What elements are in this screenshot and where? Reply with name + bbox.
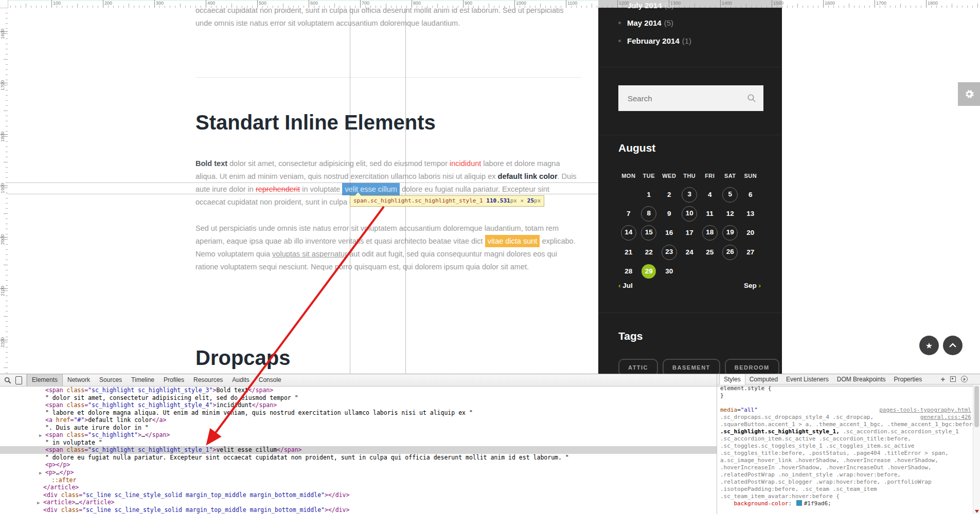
css-rule-line[interactable]: .isotopePadding:before, .sc_team .sc_tea… (717, 486, 973, 493)
css-rule-line[interactable]: .hoverIncreaseIn .hoverShadow, .hoverInc… (717, 464, 973, 471)
calendar-day[interactable]: 13 (740, 204, 761, 223)
archive-link[interactable]: February 2014(1) (618, 32, 691, 50)
css-rule-line[interactable]: } (717, 392, 973, 399)
theme-options-button[interactable] (958, 82, 980, 106)
calendar-day[interactable]: 9 (659, 204, 680, 223)
calendar-day[interactable]: 11 (700, 204, 720, 223)
dom-node-line[interactable]: ▶<p>…</p> (0, 469, 717, 476)
styles-tab[interactable]: Properties (889, 374, 926, 384)
css-rule-line[interactable]: .sc_toggles_title:before, .postStatus, .… (717, 450, 973, 457)
stylesheet-link[interactable]: general.css:426 (920, 414, 971, 421)
search-input[interactable] (618, 85, 763, 111)
calendar-day[interactable]: 27 (740, 243, 761, 262)
devtools-tab[interactable]: Timeline (127, 374, 159, 386)
calendar-day[interactable]: 30 (659, 262, 680, 281)
css-rule-line[interactable]: background-color: #1f9ad6; (717, 500, 973, 507)
text-run[interactable]: default link color (498, 172, 558, 180)
dom-node-line[interactable]: ▶<span class="sc_highlight">…</span> (0, 431, 717, 439)
devtools-tab[interactable]: Profiles (159, 374, 189, 386)
dom-node-line[interactable]: ::after (0, 476, 717, 484)
devtools-tab[interactable]: Console (254, 374, 286, 386)
calendar-day[interactable]: 1 (639, 185, 660, 204)
devtools-tab[interactable]: Audits (227, 374, 254, 386)
devtools-tab[interactable]: Elements (27, 374, 63, 386)
search-icon[interactable] (747, 94, 756, 103)
css-rule-line[interactable]: .sc_highlight.sc_highlight_style_1, .sc_… (717, 428, 973, 435)
scroll-to-top-button[interactable] (943, 336, 963, 355)
calendar-day[interactable]: 23 (659, 243, 680, 262)
calendar-day[interactable]: 6 (740, 185, 761, 204)
css-rule-line[interactable]: .squareButton.accent_1 > a, .theme_accen… (717, 421, 973, 428)
device-mode-icon[interactable] (15, 376, 22, 384)
calendar-day[interactable]: 25 (700, 243, 720, 262)
calendar-day[interactable]: 21 (618, 243, 639, 262)
calendar-day[interactable]: 10 (680, 204, 700, 223)
dom-node-line[interactable]: <p></p> (0, 461, 717, 469)
animations-icon[interactable] (961, 376, 968, 382)
calendar-day[interactable]: 5 (720, 185, 741, 204)
css-rule-line[interactable] (717, 399, 973, 407)
dom-node-line[interactable]: </article> (0, 484, 717, 491)
calendar-day[interactable]: 15 (639, 224, 660, 243)
calendar-day[interactable]: 17 (680, 224, 700, 243)
scrollbar-thumb[interactable] (974, 386, 979, 427)
calendar-day[interactable]: 2 (659, 185, 680, 204)
dom-node-line[interactable]: " dolor sit amet, consectetur adipisicin… (0, 394, 717, 402)
styles-tab[interactable]: Computed (745, 374, 782, 384)
calendar-next-month[interactable]: Sep › (744, 282, 761, 289)
dom-node-line[interactable]: " labore et dolore magna aliqua. Ut enim… (0, 409, 717, 417)
css-rule-line[interactable]: .sc_toggles.sc_toggles_style_1 .sc_toggl… (717, 443, 973, 450)
css-rule-line[interactable]: element.style { (717, 385, 973, 392)
calendar-day[interactable]: 7 (618, 204, 639, 223)
calendar-day[interactable]: 26 (720, 243, 741, 262)
calendar-day[interactable]: 8 (639, 204, 660, 223)
styles-tab[interactable]: DOM Breakpoints (833, 374, 890, 384)
calendar-day[interactable]: 22 (639, 243, 660, 262)
dom-node-line[interactable]: " dolore eu fugiat nulla pariatur. Excep… (0, 454, 717, 462)
devtools-tab[interactable]: Resources (189, 374, 227, 386)
css-rule-line[interactable]: .relatedPostWrap.sc_blogger .wrap:hover:… (717, 479, 973, 486)
calendar-prev-month[interactable]: ‹ Jul (618, 282, 633, 289)
calendar-day[interactable]: 28 (618, 262, 639, 281)
calendar-day[interactable]: 18 (700, 224, 720, 243)
styles-tab[interactable]: Event Listeners (782, 374, 833, 384)
dom-node-line[interactable]: ". Duis aute irure dolor in " (0, 424, 717, 432)
devtools-tab[interactable]: Sources (95, 374, 127, 386)
element-state-icon[interactable] (950, 376, 956, 382)
css-rule-line[interactable]: a.sc_image_hover_link .hoverShadow, .hov… (717, 457, 973, 464)
dom-node-line[interactable]: <div class="sc_line sc_line_style_solid … (0, 491, 717, 499)
css-rule-line[interactable]: .sc_accordion_item.sc_active .sc_accordi… (717, 435, 973, 443)
calendar-day[interactable]: 14 (618, 224, 639, 243)
archive-link[interactable]: May 2014(5) (618, 14, 673, 32)
calendar-day[interactable]: 3 (680, 185, 700, 204)
styles-tab[interactable]: Styles (719, 374, 745, 384)
dom-node-line[interactable]: ▶<article>…</article> (0, 499, 717, 506)
inspect-magnifier-icon[interactable] (4, 377, 11, 384)
css-rule-line[interactable]: media="all"pages-tools-typography.html (717, 407, 973, 414)
calendar-day[interactable]: 29 (639, 262, 660, 281)
calendar-day[interactable] (618, 185, 639, 204)
calendar-day[interactable]: 12 (720, 204, 741, 223)
css-rule-line[interactable]: .sc_dropcaps.sc_dropcaps_style_4 .sc_dro… (717, 414, 973, 421)
styles-scrollbar[interactable] (973, 385, 980, 514)
weekday-label: SUN (740, 173, 761, 179)
dom-node-line[interactable]: <span class="sc_highlight sc_highlight_s… (0, 401, 717, 409)
calendar-day[interactable]: 19 (720, 224, 741, 243)
stylesheet-link[interactable]: pages-tools-typography.html (879, 407, 971, 414)
dom-node-line[interactable]: <a href="#">default link color</a> (0, 416, 717, 424)
calendar-day[interactable]: 16 (659, 224, 680, 243)
dom-node-line[interactable]: <div class="sc_line sc_line_style_solid … (0, 506, 717, 514)
dom-node-line[interactable]: <span class="sc_highlight sc_highlight_s… (0, 446, 717, 454)
css-rule-line[interactable]: .sc_team_item_avatar:hover:before { (717, 493, 973, 500)
favorites-button[interactable]: ★ (919, 336, 939, 355)
dom-node-line[interactable]: <span class="sc_highlight sc_highlight_s… (0, 387, 717, 394)
calendar-day[interactable]: 20 (740, 224, 761, 243)
calendar-day[interactable]: 4 (700, 185, 720, 204)
devtools-tab[interactable]: Network (63, 374, 95, 386)
dom-node-line[interactable]: " in voluptate " (0, 439, 717, 447)
new-style-rule-icon[interactable]: + (941, 376, 945, 382)
css-rule-line[interactable]: .relatedPostWrap .no_indent_style .wrap:… (717, 471, 973, 479)
scroll-down-arrow-icon[interactable] (975, 510, 979, 513)
calendar-day[interactable]: 24 (680, 243, 700, 262)
ruler-label: 500 (257, 1, 266, 6)
